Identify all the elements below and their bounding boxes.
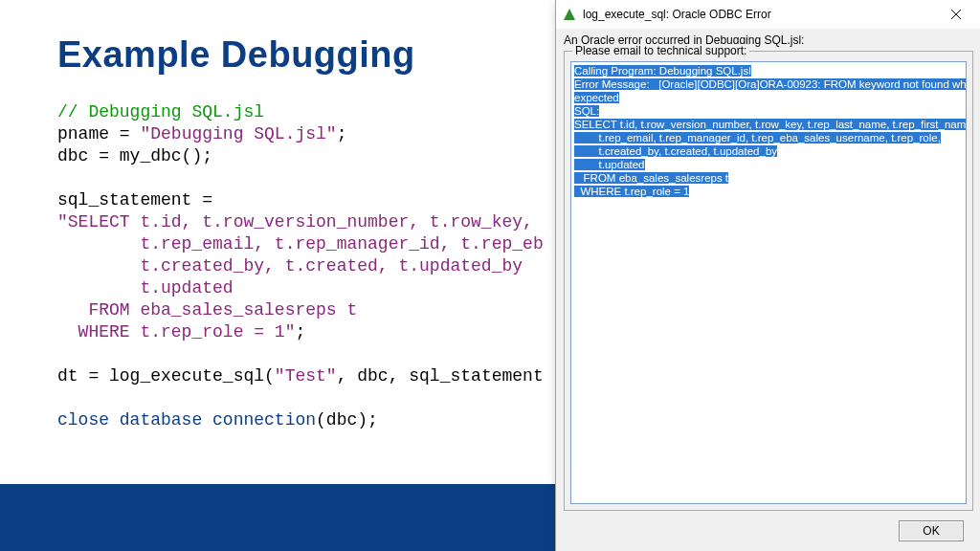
error-line: t.rep_email, t.rep_manager_id, t.rep_eba… bbox=[574, 132, 941, 143]
error-line: SQL: bbox=[574, 105, 599, 117]
error-line: FROM eba_sales_salesreps t bbox=[574, 172, 728, 184]
close-icon bbox=[951, 10, 961, 19]
dialog-button-row: OK bbox=[564, 517, 973, 551]
dialog-titlebar[interactable]: log_execute_sql: Oracle ODBC Error bbox=[556, 0, 980, 29]
ok-button[interactable]: OK bbox=[899, 520, 964, 541]
error-line: Calling Program: Debugging SQL.jsl bbox=[574, 65, 751, 77]
error-text-pane[interactable]: Calling Program: Debugging SQL.jsl Error… bbox=[570, 61, 967, 504]
code-string: "SELECT t.id, t.row_version_number, t.ro… bbox=[57, 212, 533, 231]
code-string: FROM eba_sales_salesreps t bbox=[57, 300, 357, 320]
app-icon bbox=[562, 7, 577, 22]
code-string: t.created_by, t.created, t.updated_by bbox=[57, 256, 523, 276]
code-line: dbc = my_dbc(); bbox=[57, 146, 212, 165]
code-comment: // Debugging SQL.jsl bbox=[57, 102, 264, 121]
close-button[interactable] bbox=[937, 0, 975, 29]
error-line: t.created_by, t.created, t.updated_by bbox=[574, 145, 777, 157]
code-string: "Test" bbox=[275, 366, 337, 386]
groupbox-legend: Please email to technical support: bbox=[572, 44, 749, 57]
code-string: t.updated bbox=[57, 278, 234, 298]
error-line: SELECT t.id, t.row_version_number, t.row… bbox=[574, 119, 967, 130]
error-line: WHERE t.rep_role = 1 bbox=[574, 186, 689, 197]
svg-marker-0 bbox=[564, 9, 575, 20]
code-text: ; bbox=[295, 322, 305, 342]
code-string: "Debugging SQL.jsl" bbox=[140, 124, 336, 143]
error-line: t.updated bbox=[574, 159, 645, 170]
dialog-body: An Oracle error occurred in Debugging SQ… bbox=[556, 29, 980, 551]
dialog-title: log_execute_sql: Oracle ODBC Error bbox=[583, 8, 771, 21]
code-line: sql_statement = bbox=[57, 190, 212, 209]
code-block: // Debugging SQL.jsl pname = "Debugging … bbox=[57, 101, 555, 431]
code-text: (dbc); bbox=[316, 410, 378, 430]
code-text: , dbc, sql_statement bbox=[337, 366, 544, 386]
code-text: ; bbox=[337, 124, 347, 143]
code-line: pname = bbox=[57, 124, 140, 143]
code-keyword: close database connection bbox=[57, 410, 316, 430]
code-line: dt = log_execute_sql( bbox=[57, 366, 275, 386]
error-line: expected bbox=[574, 92, 619, 103]
slide-title: Example Debugging bbox=[57, 34, 415, 76]
code-string: t.rep_email, t.rep_manager_id, t.rep_eb bbox=[57, 234, 544, 253]
support-groupbox: Please email to technical support: Calli… bbox=[564, 51, 973, 511]
jmp-icon bbox=[562, 7, 577, 22]
error-dialog: log_execute_sql: Oracle ODBC Error An Or… bbox=[555, 0, 980, 551]
error-line: Error Message: [Oracle][ODBC][Ora]ORA-00… bbox=[574, 78, 967, 90]
code-string: WHERE t.rep_role = 1" bbox=[57, 322, 295, 342]
